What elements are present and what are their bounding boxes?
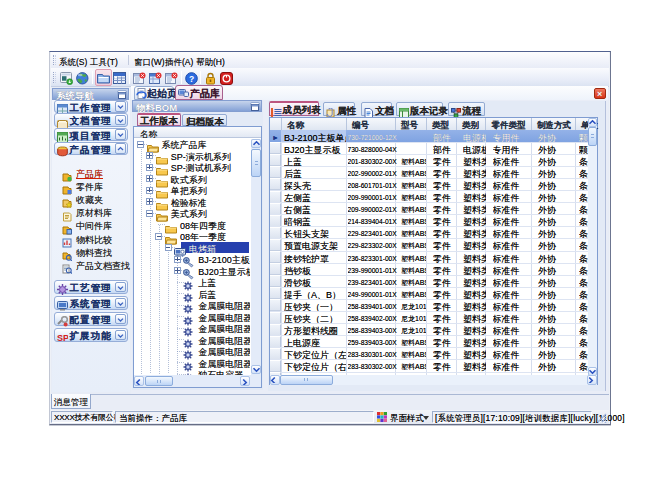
svg-text:?: ?	[189, 74, 194, 84]
svg-text:SP: SP	[57, 333, 68, 343]
